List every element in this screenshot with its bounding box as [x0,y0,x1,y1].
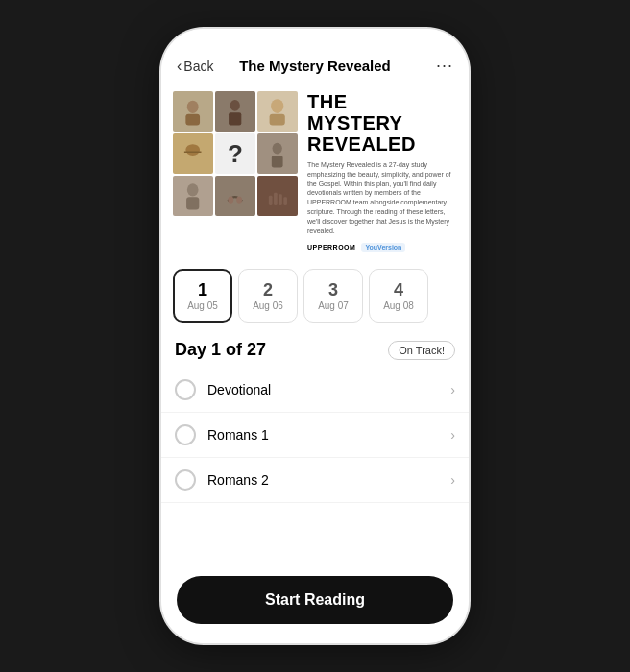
day-date-1: Aug 05 [187,300,218,311]
devotional-checkbox[interactable] [175,379,196,400]
back-chevron-icon: ‹ [177,58,182,75]
reading-list: Devotional › Romans 1 › Romans 2 › [161,364,469,566]
day-label: Day 1 of 27 [175,340,266,360]
upperroom-logo: UPPERROOM [307,244,355,251]
banner-description: The Mystery Revealed is a 27-day study e… [307,160,457,235]
romans2-chevron-icon: › [450,472,455,488]
svg-rect-9 [272,156,283,167]
start-reading-button[interactable]: Start Reading [177,576,453,624]
more-icon: ··· [436,56,453,76]
back-label: Back [183,59,213,74]
banner-title: THE MYSTERY REVEALED [307,91,457,155]
grid-image-9 [257,176,298,216]
romans1-chevron-icon: › [450,427,455,443]
day-button-1[interactable]: 1 Aug 05 [173,269,232,323]
svg-point-12 [229,197,234,204]
romans2-checkbox[interactable] [175,469,196,491]
romans1-checkbox[interactable] [175,424,196,445]
more-button[interactable]: ··· [396,56,453,76]
day-number-4: 4 [394,280,403,300]
day-date-3: Aug 07 [318,300,349,311]
svg-point-6 [186,144,201,156]
romans1-name: Romans 1 [207,427,450,443]
romans2-name: Romans 2 [207,472,450,488]
banner-text: THE MYSTERY REVEALED The Mystery Reveale… [307,91,457,252]
footer: Start Reading [161,566,469,643]
svg-point-0 [187,101,199,113]
svg-rect-5 [270,114,285,126]
youversion-logo: YouVersion [361,243,405,252]
day-button-3[interactable]: 3 Aug 07 [303,269,363,323]
grid-image-6 [257,133,298,174]
reading-item-devotional[interactable]: Devotional › [161,368,469,413]
grid-image-1 [173,91,213,132]
day-info: Day 1 of 27 On Track! [161,332,469,364]
on-track-badge: On Track! [388,341,455,360]
svg-rect-3 [229,112,241,125]
grid-image-3 [257,91,298,132]
phone-frame: ‹ Back The Mystery Revealed ··· [161,29,469,643]
svg-point-8 [273,143,282,155]
back-button[interactable]: ‹ Back [177,58,234,75]
devotional-name: Devotional [207,382,450,397]
phone-screen: ‹ Back The Mystery Revealed ··· [161,29,469,643]
day-button-4[interactable]: 4 Aug 08 [369,269,428,323]
grid-image-8 [215,176,255,216]
day-date-2: Aug 06 [253,300,283,311]
reading-item-romans2[interactable]: Romans 2 › [161,458,469,503]
day-number-2: 2 [263,280,273,300]
svg-point-2 [230,100,240,111]
svg-point-10 [187,184,199,197]
banner-logos: UPPERROOM YouVersion [307,243,457,252]
day-number-3: 3 [328,280,338,300]
svg-rect-14 [269,196,273,205]
day-number-1: 1 [198,280,207,300]
cover-image-grid: ? [173,91,298,216]
day-button-2[interactable]: 2 Aug 06 [238,269,298,323]
svg-rect-17 [284,197,288,205]
grid-image-4 [173,133,213,174]
grid-image-question: ? [215,133,255,174]
study-banner: ? THE MYSTERY REVEALED [161,84,469,259]
svg-point-4 [271,100,283,114]
grid-image-2 [215,91,255,132]
svg-rect-15 [274,193,278,205]
svg-rect-16 [279,195,282,206]
day-date-4: Aug 08 [383,300,414,311]
svg-rect-11 [186,197,199,209]
day-selector: 1 Aug 05 2 Aug 06 3 Aug 07 4 Aug 08 [161,259,469,332]
phone-notch [257,29,373,50]
svg-point-13 [236,197,242,204]
header-title: The Mystery Revealed [234,58,396,74]
svg-rect-1 [186,114,201,126]
reading-item-romans1[interactable]: Romans 1 › [161,413,469,458]
devotional-chevron-icon: › [450,382,455,397]
grid-image-7 [173,176,213,216]
